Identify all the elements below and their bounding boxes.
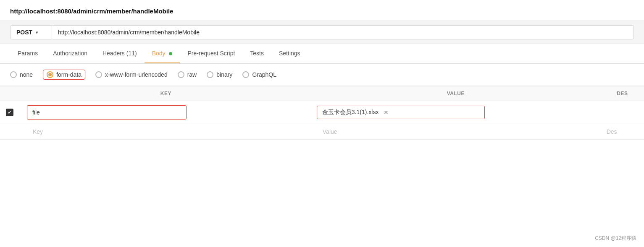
radio-circle-raw (178, 71, 184, 78)
tab-settings[interactable]: Settings (271, 44, 308, 63)
radio-circle-none (10, 71, 17, 78)
table-wrapper: KEY VALUE DES 金玉卡会员3.1(1).xlsx (0, 86, 644, 140)
row-checkbox-cell (0, 101, 21, 124)
watermark: CSDN @12程序猿 (595, 235, 636, 242)
tab-tests[interactable]: Tests (242, 44, 271, 63)
method-selector[interactable]: POST ▾ (10, 25, 52, 39)
file-name-label: 金玉卡会员3.1(1).xlsx (322, 109, 379, 116)
th-value: VALUE (311, 86, 601, 101)
key-input[interactable] (27, 105, 187, 120)
radio-urlencoded[interactable]: x-www-form-urlencoded (95, 71, 168, 78)
row-desc-cell (601, 101, 644, 124)
row-key-cell (21, 101, 311, 124)
empty-key-cell[interactable]: Key (21, 124, 311, 140)
radio-binary[interactable]: binary (207, 71, 232, 78)
url-bar: POST ▾ (0, 21, 644, 44)
method-chevron-icon: ▾ (36, 30, 38, 35)
empty-desc-cell: Des (601, 124, 644, 140)
body-type-bar: none form-data x-www-form-urlencoded raw… (0, 64, 644, 86)
radio-none[interactable]: none (10, 71, 33, 78)
title-bar: http://localhost:8080/admin/crm/member/h… (0, 0, 644, 21)
th-key: KEY (21, 86, 311, 101)
th-checkbox (0, 86, 21, 101)
headers-badge: (11) (126, 50, 137, 57)
value-placeholder: Value (317, 125, 343, 138)
file-remove-icon[interactable]: ✕ (384, 109, 389, 116)
method-label: POST (16, 29, 32, 36)
th-description: DES (601, 86, 644, 101)
form-data-table: KEY VALUE DES 金玉卡会员3.1(1).xlsx (0, 86, 644, 140)
key-placeholder: Key (27, 125, 49, 138)
page-title: http://localhost:8080/admin/crm/member/h… (10, 8, 173, 15)
url-input[interactable] (52, 25, 634, 39)
radio-form-data[interactable]: form-data (43, 70, 85, 80)
radio-circle-form-data (47, 71, 53, 78)
radio-graphql[interactable]: GraphQL (242, 71, 276, 78)
radio-circle-urlencoded (95, 71, 102, 78)
tab-body[interactable]: Body (145, 44, 180, 63)
file-value-box: 金玉卡会员3.1(1).xlsx ✕ (317, 106, 485, 119)
page-container: http://localhost:8080/admin/crm/member/h… (0, 0, 644, 247)
tab-headers[interactable]: Headers (11) (95, 44, 145, 63)
tab-pre-request[interactable]: Pre-request Script (180, 44, 242, 63)
tabs-bar: Params Authorization Headers (11) Body P… (0, 44, 644, 64)
row-value-cell: 金玉卡会员3.1(1).xlsx ✕ (311, 101, 601, 124)
tab-authorization[interactable]: Authorization (45, 44, 95, 63)
row-checkbox[interactable] (6, 109, 13, 116)
tab-params[interactable]: Params (10, 44, 45, 63)
radio-circle-graphql (242, 71, 249, 78)
empty-checkbox-cell (0, 124, 21, 140)
body-dot-icon (169, 52, 172, 55)
table-header: KEY VALUE DES (0, 86, 644, 101)
radio-circle-binary (207, 71, 213, 78)
table-row: 金玉卡会员3.1(1).xlsx ✕ (0, 101, 644, 124)
empty-row: Key Value Des (0, 124, 644, 140)
desc-placeholder: Des (607, 128, 617, 135)
radio-raw[interactable]: raw (178, 71, 197, 78)
empty-value-cell[interactable]: Value (311, 124, 601, 140)
